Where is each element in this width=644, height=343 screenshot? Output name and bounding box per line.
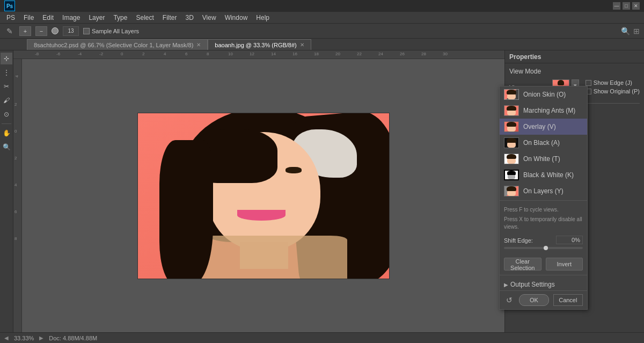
clear-selection-button[interactable]: Clear Selection [504, 258, 541, 271]
ruler-h-num: 30 [443, 52, 448, 56]
panel-title: Properties [509, 53, 541, 61]
bottom-buttons: ↺ OK Cancel [500, 290, 587, 309]
menu-filter[interactable]: Filter [158, 13, 181, 23]
zoom-in-button[interactable]: + [19, 26, 31, 36]
menu-window[interactable]: Window [221, 13, 252, 23]
ruler-h-num: -8 [35, 52, 39, 56]
status-arrow-right[interactable]: ▶ [39, 335, 43, 341]
panel-header: Properties [505, 50, 644, 63]
menu-file[interactable]: File [19, 13, 38, 23]
dropdown-item-on-black[interactable]: On Black (A) [500, 135, 587, 151]
dd-thumb-onion-skin [504, 89, 519, 100]
output-arrow-icon: ▶ [504, 282, 508, 288]
menu-select[interactable]: Select [131, 13, 158, 23]
sample-all-layers[interactable]: Sample All Layers [83, 28, 139, 34]
selection-tool-button[interactable]: ⊹ [1, 53, 12, 64]
status-arrow-left[interactable]: ◀ [4, 335, 9, 341]
menu-bar: PS File Edit Image Layer Type Select Fil… [0, 12, 644, 24]
ruler-h-num: 20 [335, 52, 340, 56]
show-original-label: Show Original (P) [594, 88, 640, 94]
menu-view[interactable]: View [198, 13, 221, 23]
healing-tool-button[interactable]: ✂ [1, 81, 12, 92]
ruler-v-num: 8 [14, 236, 17, 241]
dropdown-item-marching-ants[interactable]: Marching Ants (M) [500, 103, 587, 119]
dd-thumb-hair [507, 186, 516, 191]
ruler-h-num: 8 [207, 52, 209, 56]
dropdown-label-on-layers: On Layers (Y) [523, 187, 564, 195]
tool-divider-1 [2, 123, 11, 124]
dropdown-label-overlay: Overlay (V) [523, 123, 556, 130]
title-bar-controls[interactable]: — □ ✕ [613, 2, 640, 10]
maximize-button[interactable]: □ [623, 2, 630, 10]
tab-0-close[interactable]: ✕ [196, 42, 201, 48]
hint-text-1: Press F to cycle views. [504, 206, 583, 214]
dropdown-item-on-layers[interactable]: On Layers (Y) [500, 183, 587, 199]
zoom-level: 33.33% [14, 335, 34, 341]
brush-tool-button[interactable]: 🖌 [1, 94, 12, 106]
show-edge-checkbox[interactable] [586, 80, 591, 86]
dd-thumb-hair [507, 90, 516, 94]
search-icon[interactable]: 🔍 [621, 27, 630, 35]
dd-thumb-on-layers [504, 186, 519, 196]
ok-button[interactable]: OK [519, 294, 548, 306]
left-toolbar: ⊹ ⋮ ✂ 🖌 ⊙ ✋ 🔍 [0, 50, 13, 332]
dropdown-item-onion-skin[interactable]: Onion Skin (O) [500, 86, 587, 103]
brush-icon: ✎ [4, 26, 15, 37]
zoom-out-button[interactable]: − [35, 26, 47, 36]
tab-1-close[interactable]: ✕ [300, 42, 304, 48]
shift-edge-slider[interactable] [504, 247, 583, 249]
menu-3d[interactable]: 3D [181, 13, 197, 23]
output-settings-header[interactable]: ▶ Output Settings [500, 279, 587, 290]
dropdown-separator [500, 200, 587, 201]
sample-all-layers-checkbox[interactable] [83, 28, 90, 34]
dropdown-item-overlay[interactable]: Overlay (V) [500, 119, 587, 135]
menu-ps[interactable]: PS [2, 13, 19, 23]
hint-text-2: Press X to temporarily disable all views… [504, 216, 583, 231]
eyedropper-tool-button[interactable]: ⋮ [1, 67, 12, 78]
menu-edit[interactable]: Edit [38, 13, 58, 23]
workspace-switcher[interactable]: ⊞ [633, 27, 640, 35]
ruler-h-num: 22 [357, 52, 362, 56]
title-bar: Ps — □ ✕ [0, 0, 644, 12]
tab-1[interactable]: baoanh.jpg @ 33.3% (RGB/8#) ✕ [208, 39, 311, 50]
dropdown-label-black-white: Black & White (K) [523, 171, 574, 179]
slider-track [504, 247, 583, 249]
menu-type[interactable]: Type [109, 13, 131, 23]
show-edge-label: Show Edge (J) [594, 79, 632, 86]
zoom-tool-button[interactable]: 🔍 [1, 141, 12, 153]
dd-thumb-hair [507, 154, 516, 159]
dropdown-item-black-white[interactable]: Black & White (K) [500, 167, 587, 183]
cancel-button[interactable]: Cancel [553, 294, 583, 306]
dd-thumb-hair [507, 106, 516, 111]
clone-tool-button[interactable]: ⊙ [1, 108, 12, 120]
view-thumb-hair [558, 80, 564, 85]
slider-thumb[interactable] [544, 246, 548, 250]
minimize-button[interactable]: — [613, 2, 620, 10]
view-mode-dropdown[interactable]: Onion Skin (O) Marching Ants (M) Overlay… [499, 86, 588, 310]
tab-0-label: 8sachtuhoc2.psd @ 66.7% (Selective Color… [34, 42, 193, 48]
ruler-h-num: 2 [142, 52, 144, 56]
show-edge-row[interactable]: Show Edge (J) [586, 79, 640, 86]
brush-size-display: 13 [63, 26, 79, 36]
ruler-h-num: 10 [228, 52, 233, 56]
menu-image[interactable]: Image [58, 13, 84, 23]
reset-icon[interactable]: ↺ [504, 294, 515, 306]
ruler-h-num: -6 [56, 52, 60, 56]
close-button[interactable]: ✕ [632, 2, 640, 10]
ruler-h-num: 14 [271, 52, 276, 56]
ruler-v-num: 2 [14, 156, 17, 160]
dropdown-item-on-white[interactable]: On White (T) [500, 151, 587, 167]
show-original-row[interactable]: Show Original (P) [586, 88, 640, 94]
shift-edge-row: Shift Edge: 0% [504, 235, 583, 245]
doc-info: Doc: 4.88M/4.88M [49, 335, 97, 341]
output-settings-section: ▶ Output Settings [500, 275, 587, 290]
invert-button[interactable]: Invert [546, 258, 583, 271]
menu-help[interactable]: Help [252, 13, 274, 23]
shift-edge-label: Shift Edge: [504, 237, 533, 244]
ruler-h-num: 6 [185, 52, 187, 56]
ruler-v-num: 4 [14, 75, 19, 77]
dd-thumb-black-white [504, 170, 519, 180]
hand-tool-button[interactable]: ✋ [1, 127, 12, 139]
tab-0[interactable]: 8sachtuhoc2.psd @ 66.7% (Selective Color… [27, 39, 208, 50]
menu-layer[interactable]: Layer [84, 13, 109, 23]
